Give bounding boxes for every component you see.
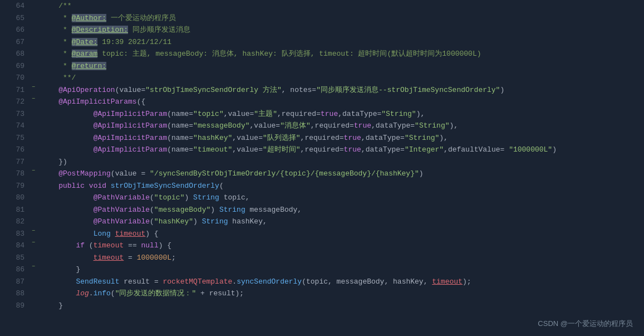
line-78: @PostMapping(value = "/syncSendByStrObjT… bbox=[41, 168, 644, 180]
line-66: * @Description: 同步顺序发送消息 bbox=[41, 24, 644, 36]
line-86: } bbox=[41, 264, 644, 276]
ln-89: 89 bbox=[4, 300, 24, 312]
ln-74: 74 bbox=[4, 120, 24, 132]
line-84: if (timeout == null) { bbox=[41, 240, 644, 252]
fold-84[interactable]: − bbox=[30, 240, 37, 246]
ln-66: 66 bbox=[4, 24, 24, 36]
line-73: @ApiImplicitParam(name="topic",value="主题… bbox=[41, 108, 644, 120]
ln-67: 67 bbox=[4, 36, 24, 48]
ln-81: 81 bbox=[4, 204, 24, 216]
ln-86: 86 bbox=[4, 264, 24, 276]
fold-86[interactable]: − bbox=[30, 264, 37, 270]
code-content: /** * @Author: 一个爱运动的程序员 * @Description:… bbox=[39, 0, 644, 336]
line-70: **/ bbox=[41, 72, 644, 84]
line-76: @ApiImplicitParam(name="timeout",value="… bbox=[41, 144, 644, 156]
fold-64[interactable] bbox=[30, 0, 37, 7]
ln-69: 69 bbox=[4, 60, 24, 72]
line-72: @ApiImplicitParams({ bbox=[41, 96, 644, 108]
ln-80: 80 bbox=[4, 192, 24, 204]
line-89: } bbox=[41, 300, 644, 312]
fold-72[interactable]: − bbox=[30, 96, 37, 103]
line-79: public void strObjTimeSyncSendOrderly( bbox=[41, 180, 644, 192]
fold-71[interactable]: − bbox=[30, 84, 37, 91]
ln-88: 88 bbox=[4, 288, 24, 300]
line-77: }) bbox=[41, 156, 644, 168]
line-71: @ApiOperation(value="strObjTimeSyncSendO… bbox=[41, 84, 644, 96]
fold-83[interactable]: − bbox=[30, 228, 37, 235]
line-83: Long timeout) { bbox=[41, 228, 644, 240]
line-88: log.info("同步发送的数据情况：" + result); bbox=[41, 288, 644, 300]
ln-87: 87 bbox=[4, 276, 24, 288]
ln-72: 72 bbox=[4, 96, 24, 108]
ln-68: 68 bbox=[4, 48, 24, 60]
ln-82: 82 bbox=[4, 216, 24, 228]
watermark: CSDN @一个爱运动的程序员 bbox=[538, 318, 633, 329]
line-87: SendResult result = rocketMQTemplate.syn… bbox=[41, 276, 644, 288]
ln-78: 78 bbox=[4, 168, 24, 180]
line-81: @PathVariable("messageBody") String mess… bbox=[41, 204, 644, 216]
ln-65: 65 bbox=[4, 12, 24, 25]
line-65: * @Author: 一个爱运动的程序员 bbox=[41, 12, 644, 25]
line-85: timeout = 1000000L; bbox=[41, 252, 644, 264]
ln-85: 85 bbox=[4, 252, 24, 264]
line-68: * @param topic: 主题, messageBody: 消息体, ha… bbox=[41, 48, 644, 60]
code-editor: 64 65 66 67 68 69 70 71 72 73 74 75 76 7… bbox=[0, 0, 644, 336]
ln-83: 83 bbox=[4, 228, 24, 240]
ln-73: 73 bbox=[4, 108, 24, 120]
ln-70: 70 bbox=[4, 72, 24, 84]
line-80: @PathVariable("topic") String topic, bbox=[41, 192, 644, 204]
line-74: @ApiImplicitParam(name="messageBody",val… bbox=[41, 120, 644, 132]
line-64: /** bbox=[41, 0, 644, 12]
line-82: @PathVariable("hashKey") String hashKey, bbox=[41, 216, 644, 228]
ln-84: 84 bbox=[4, 240, 24, 252]
line-69: * @return: bbox=[41, 60, 644, 72]
ln-76: 76 bbox=[4, 144, 24, 156]
line-75: @ApiImplicitParam(name="hashKey",value="… bbox=[41, 132, 644, 144]
ln-75: 75 bbox=[4, 132, 24, 144]
gutter: − − − − − − bbox=[29, 0, 39, 336]
ln-77: 77 bbox=[4, 156, 24, 168]
fold-78[interactable]: − bbox=[30, 168, 37, 174]
ln-64: 64 bbox=[4, 0, 24, 12]
line-67: * @Date: 19:39 2021/12/11 bbox=[41, 36, 644, 48]
ln-71: 71 bbox=[4, 84, 24, 96]
line-numbers: 64 65 66 67 68 69 70 71 72 73 74 75 76 7… bbox=[0, 0, 29, 336]
ln-79: 79 bbox=[4, 180, 24, 192]
